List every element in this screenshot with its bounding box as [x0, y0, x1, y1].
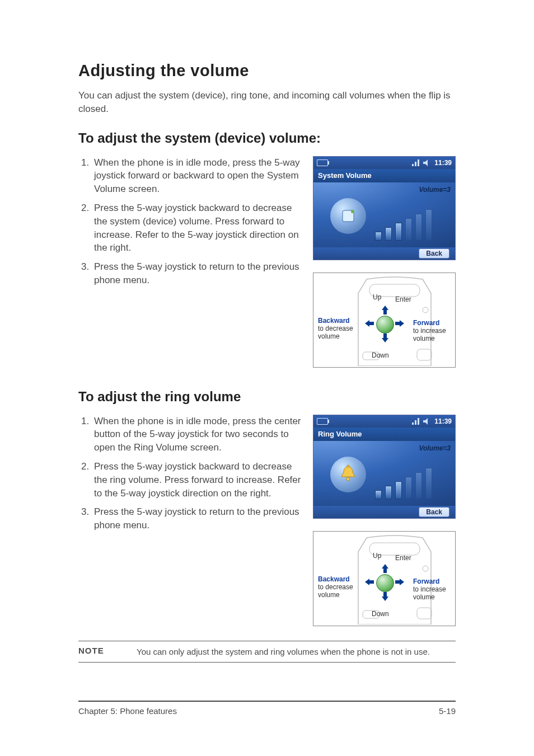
- battery-icon: [317, 159, 328, 166]
- system-volume-heading: To adjust the system (device) volume:: [78, 130, 456, 146]
- svg-point-9: [423, 566, 428, 571]
- svg-rect-4: [417, 349, 432, 360]
- step: Press the 5-way joystick backward to dec…: [92, 201, 302, 255]
- joystick-center: [376, 316, 394, 334]
- system-volume-section: When the phone is in idle mode, press th…: [78, 156, 456, 368]
- label-forward-sub: to increase volume: [413, 327, 446, 342]
- label-backward-head: Backward: [318, 317, 350, 325]
- label-forward: Forward to increase volume: [413, 319, 453, 343]
- back-softkey[interactable]: Back: [419, 248, 449, 259]
- clock-label: 11:39: [434, 159, 452, 167]
- label-backward-sub: to decrease volume: [318, 325, 353, 340]
- page-footer: Chapter 5: Phone features 5-19: [78, 701, 456, 716]
- joystick-diagram: Up Enter Down Backward to decrease volum…: [313, 531, 456, 626]
- label-up: Up: [373, 552, 381, 560]
- svg-point-3: [423, 307, 428, 313]
- ring-volume-steps: When the phone is in idle mode, press th…: [78, 415, 302, 532]
- arrow-right-icon: [395, 320, 404, 327]
- screen-body: Volume=3: [313, 441, 455, 506]
- volume-readout: Volume=3: [419, 444, 451, 452]
- label-backward: Backward to decrease volume: [318, 575, 364, 599]
- back-softkey[interactable]: Back: [419, 507, 449, 517]
- intro-paragraph: You can adjust the system (device), ring…: [78, 89, 456, 116]
- softkey-bar: Back: [313, 506, 455, 518]
- label-enter: Enter: [395, 295, 411, 303]
- label-backward: Backward to decrease volume: [318, 317, 364, 341]
- page-title: Adjusting the volume: [78, 62, 456, 80]
- joystick-center: [376, 574, 394, 592]
- label-forward: Forward to increase volume: [413, 577, 453, 602]
- note-label: NOTE: [78, 646, 118, 658]
- svg-rect-7: [347, 465, 349, 467]
- label-down: Down: [372, 610, 389, 618]
- arrow-left-icon: [365, 320, 374, 327]
- arrow-right-icon: [395, 579, 404, 585]
- step: Press the 5-way joystick to return to th…: [92, 260, 302, 287]
- label-up: Up: [373, 293, 381, 301]
- arrow-down-icon: [382, 592, 388, 601]
- step: When the phone is in idle mode, press th…: [92, 156, 302, 196]
- label-backward-head: Backward: [318, 575, 350, 583]
- label-backward-sub: to decrease volume: [318, 583, 353, 599]
- volume-bars: [375, 209, 432, 241]
- svg-point-6: [346, 477, 350, 481]
- label-forward-sub: to increase volume: [413, 585, 446, 601]
- note-text: You can only adjust the system and ring …: [137, 646, 456, 658]
- volume-bars: [375, 468, 432, 499]
- system-volume-steps: When the phone is in idle mode, press th…: [78, 156, 302, 287]
- clock-label: 11:39: [434, 417, 452, 425]
- step: Press the 5-way joystick to return to th…: [92, 505, 302, 532]
- label-forward-head: Forward: [413, 577, 439, 585]
- step: When the phone is in idle mode, press th…: [92, 415, 302, 454]
- screen-body: Volume=3: [313, 182, 455, 247]
- ring-volume-screenshot: 11:39 Ring Volume Volume=3: [313, 415, 456, 519]
- status-bar: 11:39: [313, 415, 455, 428]
- step: Press the 5-way joystick backward to dec…: [92, 460, 302, 500]
- label-down: Down: [372, 351, 389, 359]
- signal-icon: [412, 159, 420, 166]
- chapter-label: Chapter 5: Phone features: [78, 706, 177, 716]
- arrow-up-icon: [382, 564, 388, 573]
- battery-icon: [317, 418, 328, 425]
- label-enter: Enter: [395, 554, 411, 562]
- screen-title: Ring Volume: [313, 428, 455, 441]
- softkey-bar: Back: [313, 247, 455, 260]
- system-volume-screenshot: 11:39 System Volume Volume=3: [313, 156, 456, 260]
- bell-icon: [330, 457, 366, 492]
- joystick-diagram: Up Enter Down Backward to decrease volum…: [313, 273, 456, 368]
- manual-page: Adjusting the volume You can adjust the …: [0, 0, 534, 756]
- ring-volume-heading: To adjust the ring volume: [78, 389, 456, 405]
- svg-rect-10: [417, 608, 432, 619]
- speaker-icon: [423, 418, 431, 425]
- note-block: NOTE You can only adjust the system and …: [78, 641, 456, 663]
- status-bar: 11:39: [313, 157, 455, 169]
- speaker-icon: [423, 159, 431, 166]
- volume-readout: Volume=3: [419, 186, 451, 194]
- page-number: 5-19: [439, 706, 456, 716]
- device-icon: [330, 198, 366, 234]
- svg-point-1: [351, 210, 354, 213]
- signal-icon: [412, 418, 420, 425]
- label-forward-head: Forward: [413, 319, 439, 327]
- arrow-down-icon: [382, 334, 388, 342]
- ring-volume-section: When the phone is in idle mode, press th…: [78, 415, 456, 626]
- screen-title: System Volume: [313, 169, 455, 182]
- arrow-left-icon: [365, 579, 374, 585]
- arrow-up-icon: [382, 306, 388, 314]
